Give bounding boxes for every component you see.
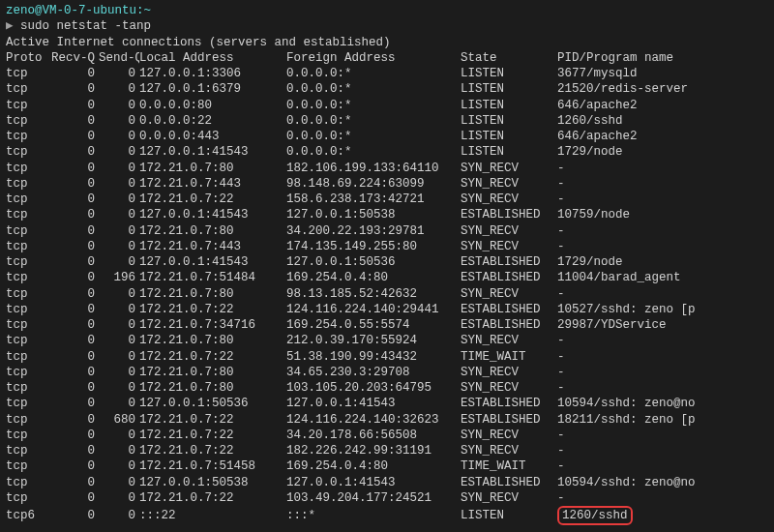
cell-pid: 646/apache2 [557,129,768,144]
cell-foreign: 127.0.0.1:41543 [286,475,461,490]
cell-sendq: 0 [99,475,139,490]
cell-recvq: 0 [50,396,99,411]
cell-recvq: 0 [50,176,99,192]
cell-proto: tcp [6,396,50,411]
table-row: tcp00172.21.0.7:80103.105.20.203:64795SY… [6,380,768,396]
cell-pid: - [557,490,768,506]
cell-sendq: 0 [99,302,139,317]
cell-foreign: 103.105.20.203:64795 [286,380,461,396]
cell-proto: tcp [6,98,50,113]
cell-sendq: 0 [99,333,139,348]
cell-pid: 1260/sshd [557,113,768,129]
cell-state: ESTABLISHED [461,207,557,222]
cell-proto: tcp [6,129,50,144]
cell-state: LISTEN [461,144,557,160]
cell-state: ESTABLISHED [461,396,557,411]
cell-local: 0.0.0.0:80 [139,98,286,113]
table-row: tcp000.0.0.0:800.0.0.0:*LISTEN646/apache… [6,98,768,113]
command-line[interactable]: ▶ sudo netstat -tanp [6,18,768,34]
table-row: tcp00172.21.0.7:22103.49.204.177:24521SY… [6,490,768,506]
cell-pid: - [557,349,768,365]
column-headers: Proto Recv-Q Send-Q Local Address Foreig… [6,50,768,66]
cell-local: 127.0.0.1:3306 [139,66,286,81]
table-row: tcp600:::22:::*LISTEN1260/sshd [6,506,768,525]
cell-sendq: 0 [99,239,139,254]
cell-proto: tcp [6,192,50,207]
cell-pid: - [557,239,768,254]
cell-pid: 29987/YDService [557,317,768,333]
cell-state: LISTEN [461,129,557,144]
cell-foreign: 169.254.0.55:5574 [286,317,461,333]
cell-state: SYN_RECV [461,176,557,192]
cell-sendq: 0 [99,254,139,270]
col-pid: PID/Program name [557,50,768,66]
netstat-table: Proto Recv-Q Send-Q Local Address Foreig… [6,50,768,526]
cell-sendq: 0 [99,458,139,474]
cell-proto: tcp [6,254,50,270]
cell-sendq: 0 [99,396,139,411]
cell-sendq: 0 [99,98,139,113]
table-row: tcp00172.21.0.7:22158.6.238.173:42721SYN… [6,192,768,207]
cell-foreign: 127.0.0.1:50536 [286,254,461,270]
netstat-header: Active Internet connections (servers and… [6,35,768,50]
cell-local: 172.21.0.7:80 [139,286,286,302]
cell-pid: - [557,286,768,302]
cell-foreign: 0.0.0.0:* [286,98,461,113]
table-row: tcp00172.21.0.7:2251.38.190.99:43432TIME… [6,349,768,365]
table-row: tcp00172.21.0.7:34716169.254.0.55:5574ES… [6,317,768,333]
shell-prompt-line: zeno@VM-0-7-ubuntu:~ [6,3,768,18]
cell-foreign: 51.38.190.99:43432 [286,349,461,365]
cell-sendq: 0 [99,286,139,302]
cell-pid: 1729/node [557,144,768,160]
cell-recvq: 0 [50,286,99,302]
cell-recvq: 0 [50,412,99,428]
cell-proto: tcp [6,239,50,254]
user-host: zeno@VM-0-7-ubuntu [6,4,136,17]
cell-foreign: 98.13.185.52:42632 [286,286,461,302]
cell-proto: tcp [6,66,50,81]
cell-pid: - [557,443,768,458]
cell-foreign: 158.6.238.173:42721 [286,192,461,207]
cell-pid: 11004/barad_agent [557,270,768,285]
cell-recvq: 0 [50,192,99,207]
cell-proto: tcp [6,223,50,239]
cell-local: :::22 [139,506,286,525]
table-row: tcp000.0.0.0:220.0.0.0:*LISTEN1260/sshd [6,113,768,129]
prompt-symbol: ▶ [6,19,14,33]
cwd: ~ [144,4,152,17]
cell-state: LISTEN [461,81,557,97]
cell-sendq: 0 [99,66,139,81]
cell-foreign: 0.0.0.0:* [286,144,461,160]
cell-pid: 18211/sshd: zeno [p [557,412,768,428]
cell-pid: - [557,192,768,207]
cell-recvq: 0 [50,113,99,129]
cell-local: 0.0.0.0:22 [139,113,286,129]
cell-state: ESTABLISHED [461,475,557,490]
cell-proto: tcp [6,380,50,396]
cell-recvq: 0 [50,458,99,474]
cell-pid: 646/apache2 [557,98,768,113]
cell-sendq: 0 [99,81,139,97]
cell-sendq: 0 [99,192,139,207]
cell-foreign: 0.0.0.0:* [286,129,461,144]
cell-proto: tcp [6,113,50,129]
cell-recvq: 0 [50,333,99,348]
cell-recvq: 0 [50,144,99,160]
table-row: tcp00172.21.0.7:443174.135.149.255:80SYN… [6,239,768,254]
cell-proto: tcp [6,428,50,443]
table-row: tcp00172.21.0.7:80182.106.199.133:64110S… [6,161,768,176]
cell-recvq: 0 [50,98,99,113]
cell-pid: 10594/sshd: zeno@no [557,396,768,411]
cell-proto: tcp [6,333,50,348]
cell-foreign: 169.254.0.4:80 [286,270,461,285]
cell-sendq: 0 [99,380,139,396]
cell-recvq: 0 [50,161,99,176]
cell-foreign: 34.65.230.3:29708 [286,365,461,380]
table-row: tcp00172.21.0.7:80212.0.39.170:55924SYN_… [6,333,768,348]
cell-local: 127.0.0.1:50536 [139,396,286,411]
cell-local: 172.21.0.7:22 [139,490,286,506]
table-row: tcp00127.0.0.1:41543127.0.0.1:50538ESTAB… [6,207,768,222]
cell-state: SYN_RECV [461,365,557,380]
cell-recvq: 0 [50,490,99,506]
cell-pid: - [557,176,768,192]
